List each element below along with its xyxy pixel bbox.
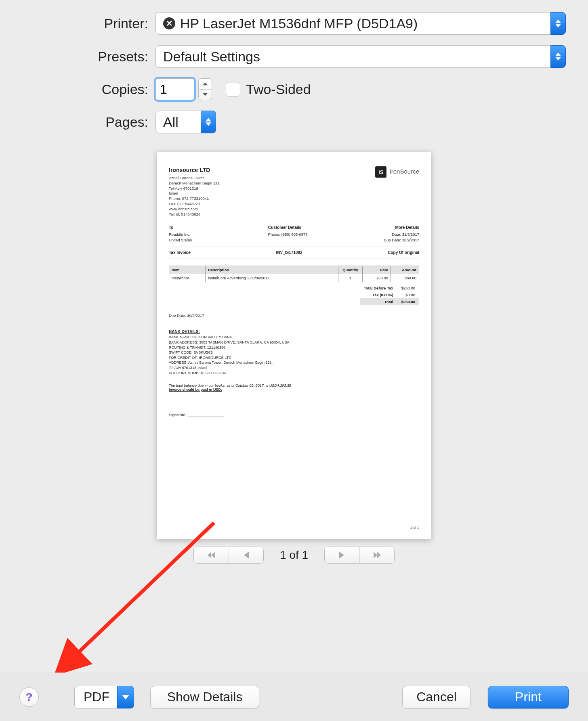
copies-stepper[interactable] bbox=[198, 78, 212, 100]
stepper-down[interactable] bbox=[199, 89, 212, 100]
preview-pager: 1 of 1 bbox=[0, 547, 588, 564]
copies-label: Copies: bbox=[22, 82, 155, 97]
pages-select[interactable]: All bbox=[155, 111, 216, 133]
stepper-up[interactable] bbox=[199, 79, 212, 89]
next-page-button[interactable] bbox=[325, 547, 359, 563]
pages-label: Pages: bbox=[22, 114, 155, 130]
presets-value: Default Settings bbox=[163, 49, 260, 65]
last-page-button[interactable] bbox=[359, 547, 394, 563]
two-sided-label: Two-Sided bbox=[246, 82, 311, 97]
ironsource-logo-icon: iS bbox=[375, 166, 386, 178]
annotation-arrow bbox=[55, 521, 216, 674]
bottom-toolbar: ? PDF Show Details Cancel Print bbox=[0, 673, 588, 721]
presets-select[interactable]: Default Settings bbox=[155, 45, 566, 68]
inv-company: Ironsource LTD bbox=[169, 166, 220, 174]
pdf-dropdown[interactable]: PDF bbox=[74, 686, 134, 708]
two-sided-checkbox[interactable] bbox=[226, 82, 240, 96]
dropdown-icon bbox=[201, 111, 216, 133]
invoice-table: Item Description Quantity Rate Amount In… bbox=[169, 266, 419, 282]
dropdown-icon bbox=[550, 12, 566, 35]
first-page-button[interactable] bbox=[194, 547, 229, 563]
chevron-down-icon bbox=[117, 686, 134, 708]
cancel-button[interactable]: Cancel bbox=[402, 686, 471, 708]
print-preview: Ironsource LTD Azrieli Sarona Tower Dere… bbox=[157, 152, 431, 539]
print-button[interactable]: Print bbox=[488, 686, 569, 708]
printer-select[interactable]: ✕ HP LaserJet M1536dnf MFP (D5D1A9) bbox=[155, 12, 566, 35]
printer-status-icon: ✕ bbox=[163, 17, 175, 29]
pages-value: All bbox=[163, 114, 178, 130]
page-indicator: 1 of 1 bbox=[280, 549, 308, 562]
help-button[interactable]: ? bbox=[19, 687, 39, 707]
copies-input[interactable] bbox=[155, 78, 194, 100]
printer-name: HP LaserJet M1536dnf MFP (D5D1A9) bbox=[180, 16, 418, 31]
svg-line-0 bbox=[75, 523, 214, 656]
dropdown-icon bbox=[550, 45, 566, 68]
show-details-button[interactable]: Show Details bbox=[150, 686, 259, 708]
prev-page-button[interactable] bbox=[229, 547, 263, 563]
printer-label: Printer: bbox=[22, 16, 155, 31]
presets-label: Presets: bbox=[22, 49, 155, 65]
